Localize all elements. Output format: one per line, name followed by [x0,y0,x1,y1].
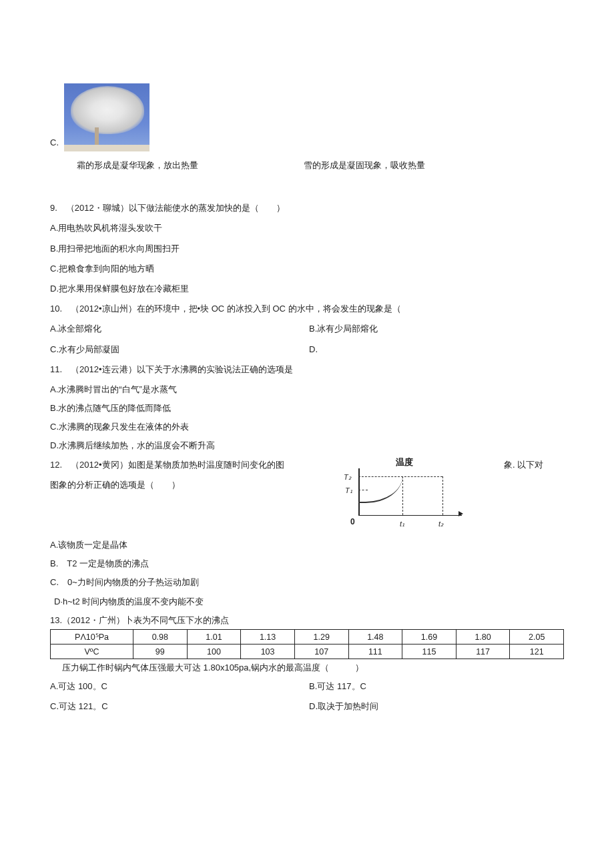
q9-option-c: C.把粮食拿到向阳的地方晒 [50,263,564,275]
graph-curve [358,476,402,503]
table-cell: 103 [241,644,295,659]
table-cell: 1.29 [294,629,348,644]
question-12: 12. （2012•黄冈）如图是某物质加热时温度随时间变化的图 图象的分析正确的… [50,459,564,608]
graph-x-arrow-icon [458,511,463,516]
table-cell: 1.80 [456,629,510,644]
table-cell: 1.01 [187,629,241,644]
q10-row-ab: A.冰全部熔化 B.冰有少局部熔化 [50,323,564,335]
graph-tick-zero: 0 [350,516,355,528]
q13-option-c: C.可达 121。C [50,701,309,713]
q12-graph: 温度 T₂ T₁ 0 t₁ t₂ [344,456,464,530]
table-cell: 0.98 [133,629,188,644]
graph-dash-v-t2 [442,476,443,515]
q12-stem-line1: 12. （2012•黄冈）如图是某物质加热时温度随时间变化的图 [50,459,330,471]
q9-stem: 9. （2012・聊城）以下做法能使水的蒸发加快的是（ ） [50,202,564,214]
table-cell: 100 [187,644,241,659]
table-cell: 111 [348,644,402,659]
q9-option-a: A.用电热吹风机将湿头发吹干 [50,222,564,234]
graph-tick-x-t2: t₂ [438,519,443,529]
q10-option-d: D. [309,344,564,356]
table-row: VºC 99 100 103 107 111 115 117 121 [51,644,564,659]
table-cell: 1.69 [402,629,456,644]
question-9: 9. （2012・聊城）以下做法能使水的蒸发加快的是（ ） A.用电热吹风机将湿… [50,202,564,713]
q11-option-b: B.水的沸点随气压的降低而降低 [50,402,564,414]
q12-stem-right-tail: 象. 以下对 [504,459,543,471]
q11-option-d: D.水沸腾后继续加热，水的温度会不断升高 [50,440,564,452]
q10-option-b: B.冰有少局部熔化 [309,323,564,335]
q10-option-c: C.水有少局部凝固 [50,344,309,356]
caption-left: 霜的形成是凝华现象，放出热量 [77,159,277,171]
table-cell: 1.48 [348,629,402,644]
q11-stem: 11. （2012•连云港）以下关于水沸腾的实验说法正确的选项是 [50,364,564,376]
graph-tick-x-t1: t₁ [400,519,404,529]
q12-option-d: D·h~t2 时间内物质的温度不变内能不变 [54,596,564,608]
q13-after-table: 压力锅工作时锅内气体压强最大可达 1.80x105pa,锅内水的最高温度（ ） [62,662,564,674]
q13-table: PΛ10⁵Pa 0.98 1.01 1.13 1.29 1.48 1.69 1.… [50,629,564,659]
q13-stem: 13.（2012・广州）卜表为不同气压下水的沸点 [50,614,564,626]
table-cell: 117 [456,644,510,659]
q13-row-ab: A.可达 100。C B.可达 117。C [50,681,564,693]
q9-option-b: B.用扫帚把地面的积水向周围扫开 [50,243,564,255]
frost-tree-image [64,83,149,151]
q11-option-a: A.水沸腾时冒出的“白气”是水蒸气 [50,384,564,396]
graph-y-label: 温度 [396,456,413,468]
graph-tick-t2: T₂ [344,472,351,482]
question-11: 11. （2012•连云港）以下关于水沸腾的实验说法正确的选项是 A.水沸腾时冒… [50,364,564,452]
q13-row-cd: C.可达 121。C D.取决于加热时间 [50,701,564,713]
table-cell: 121 [510,644,564,659]
q10-row-cd: C.水有少局部凝固 D. [50,344,564,356]
tree-ground-shape [64,145,149,151]
graph-tick-t1: T₁ [345,486,352,496]
q10-option-a: A.冰全部熔化 [50,323,309,335]
option-c-letter: C. [50,137,59,151]
table-cell: 1.13 [241,629,295,644]
q11-option-c: C.水沸腾的现象只发生在液体的外表 [50,421,564,433]
q12-options: A.该物质一定是晶体 B. T2 一定是物质的沸点 C. 0~力时间内物质的分子… [50,539,564,608]
table-cell: 2.05 [510,629,564,644]
q12-option-c: C. 0~力时间内物质的分子热运动加剧 [50,576,564,588]
option-c-image-row: C. [50,83,564,151]
q12-stem-line2: 图象的分析正确的选项是（ ） [50,479,330,491]
q13-option-d: D.取决于加热时间 [309,701,564,713]
table-row: PΛ10⁵Pa 0.98 1.01 1.13 1.29 1.48 1.69 1.… [51,629,564,644]
tree-crown-shape [71,86,144,134]
caption-right: 雪的形成是凝固现象，吸收热量 [304,159,425,171]
q12-option-b: B. T2 一定是物质的沸点 [50,558,564,570]
graph-dash-v-t1 [402,476,403,515]
table-cell-head-pressure: PΛ10⁵Pa [51,629,133,644]
table-cell-head-temp: VºC [51,644,133,659]
q13-option-b: B.可达 117。C [309,681,564,693]
caption-row: 霜的形成是凝华现象，放出热量 雪的形成是凝固现象，吸收热量 [77,159,564,171]
q13-option-a: A.可达 100。C [50,681,309,693]
q10-stem: 10. （2012•凉山州）在的环境中，把•块 OC 的冰投入到 OC 的水中，… [50,303,564,315]
q12-option-a: A.该物质一定是晶体 [50,539,564,551]
table-cell: 99 [133,644,188,659]
table-cell: 115 [402,644,456,659]
table-cell: 107 [294,644,348,659]
graph-x-axis [358,515,462,516]
q9-option-d: D.把水果用保鲜膜包好放在冷藏柜里 [50,283,564,295]
question-13: 13.（2012・广州）卜表为不同气压下水的沸点 PΛ10⁵Pa 0.98 1.… [50,614,564,713]
